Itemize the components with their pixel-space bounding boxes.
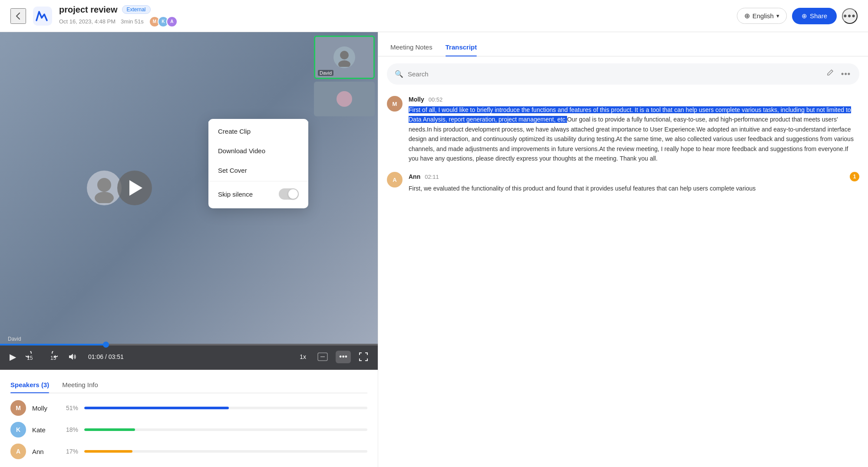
transcript-entry-molly: M Molly 00:52 First of all, I would like… xyxy=(387,96,859,163)
menu-skip-silence[interactable]: Skip silence xyxy=(208,182,308,206)
header-info: project review External Oct 16, 2023, 4:… xyxy=(59,5,730,27)
main-layout: David Create Clip Download Video Set Cov… xyxy=(0,32,868,467)
progress-fill xyxy=(0,344,106,345)
left-panel: David Create Clip Download Video Set Cov… xyxy=(0,32,378,467)
molly-transcript-header: Molly 00:52 xyxy=(409,96,859,103)
more-transcript-button[interactable]: ••• xyxy=(840,69,851,79)
molly-transcript-name: Molly xyxy=(409,96,424,103)
search-input[interactable] xyxy=(408,70,820,78)
svg-point-2 xyxy=(95,192,114,203)
main-speaker-avatar xyxy=(87,171,122,205)
volume-button[interactable] xyxy=(66,350,79,363)
kate-avatar-list: K xyxy=(10,422,26,437)
tab-speakers[interactable]: Speakers (3) xyxy=(10,378,49,393)
more-options-button[interactable]: ••• xyxy=(842,8,858,24)
ann-pct: 17% xyxy=(66,448,78,455)
ann-transcript-time: 02:11 xyxy=(425,174,439,180)
bottom-panel: Speakers (3) Meeting Info M Molly 51% K … xyxy=(0,370,378,467)
transcript-content: M Molly 00:52 First of all, I would like… xyxy=(378,92,868,467)
ann-transcript-body: Ann 02:11 1 First, we evaluated the func… xyxy=(409,172,859,193)
ann-avatar-list: A xyxy=(10,444,26,459)
david-avatar xyxy=(333,46,355,68)
molly-bar xyxy=(84,407,229,409)
progress-bar[interactable] xyxy=(0,344,378,345)
kate-avatar xyxy=(337,91,352,107)
header: project review External Oct 16, 2023, 4:… xyxy=(0,0,868,32)
play-pause-button[interactable]: ▶ xyxy=(8,350,18,364)
forward-button[interactable]: 15 xyxy=(45,349,59,364)
notification-badge: 1 xyxy=(850,172,859,181)
progress-dot xyxy=(103,342,109,348)
ann-bar xyxy=(84,450,132,453)
svg-point-4 xyxy=(338,60,350,67)
svg-point-1 xyxy=(97,178,111,192)
menu-download-video[interactable]: Download Video xyxy=(208,141,308,161)
fullscreen-button[interactable] xyxy=(357,350,370,363)
ann-name: Ann xyxy=(32,448,58,455)
molly-transcript-time: 00:52 xyxy=(429,96,443,103)
transcript-entry-ann: A Ann 02:11 1 First, we evaluated the fu… xyxy=(387,172,859,193)
molly-avatar: M xyxy=(10,400,26,416)
avatar-3: A xyxy=(166,16,178,27)
speed-button[interactable]: 1x xyxy=(296,352,310,362)
kate-bar-container xyxy=(84,428,367,431)
ann-transcript-text: First, we evaluated the functionality of… xyxy=(409,184,859,193)
tab-meeting-info[interactable]: Meeting Info xyxy=(62,378,98,393)
play-icon xyxy=(129,180,142,196)
speakers-list: M Molly 51% K Kate 18% xyxy=(10,400,367,459)
thumbnail-david[interactable]: David xyxy=(314,36,375,79)
menu-create-clip[interactable]: Create Clip xyxy=(208,122,308,141)
language-button[interactable]: ⊕ English ▾ xyxy=(737,8,787,24)
meeting-duration: 3min 51s xyxy=(121,18,144,25)
david-label: David xyxy=(318,70,333,76)
captions-button[interactable] xyxy=(316,351,330,363)
menu-set-cover[interactable]: Set Cover xyxy=(208,161,308,180)
meeting-title: project review xyxy=(59,5,118,15)
kate-name: Kate xyxy=(32,426,58,434)
bottom-tabs: Speakers (3) Meeting Info xyxy=(10,378,367,393)
more-controls-button[interactable]: ••• xyxy=(336,351,351,363)
molly-name: Molly xyxy=(32,405,58,412)
thumbnail-kate[interactable] xyxy=(314,82,375,116)
meeting-date: Oct 16, 2023, 4:48 PM xyxy=(59,18,116,25)
edit-icon-button[interactable] xyxy=(825,68,835,80)
app-logo xyxy=(33,7,52,26)
globe-icon: ⊕ xyxy=(744,12,750,20)
search-actions: ••• xyxy=(825,68,851,80)
ann-bar-container xyxy=(84,450,367,453)
speaker-row-kate: K Kate 18% xyxy=(10,422,367,437)
toggle-thumb xyxy=(288,189,298,199)
svg-point-3 xyxy=(340,51,349,59)
play-button[interactable] xyxy=(117,171,152,205)
participant-avatars: M K A xyxy=(149,16,178,27)
right-tabs: Meeting Notes Transcript xyxy=(378,32,868,56)
menu-divider xyxy=(208,181,308,181)
back-button[interactable] xyxy=(10,8,26,24)
tab-transcript[interactable]: Transcript xyxy=(446,40,477,56)
speaker-label-overlay: David xyxy=(8,336,21,342)
molly-bar-container xyxy=(84,407,367,409)
external-badge: External xyxy=(122,5,151,14)
speaker-row-ann: A Ann 17% xyxy=(10,444,367,459)
molly-pct: 51% xyxy=(66,405,78,411)
share-icon: ⊕ xyxy=(802,12,807,20)
header-actions: ⊕ English ▾ ⊕ Share ••• xyxy=(737,8,858,24)
video-area: David Create Clip Download Video Set Cov… xyxy=(0,32,378,344)
molly-normal-text: Our goal is to provide a fully functiona… xyxy=(409,116,854,162)
context-menu: Create Clip Download Video Set Cover Ski… xyxy=(208,119,308,208)
chevron-down-icon: ▾ xyxy=(776,13,779,19)
language-label: English xyxy=(752,12,774,20)
svg-marker-9 xyxy=(69,354,73,360)
skip-silence-toggle[interactable] xyxy=(279,188,299,200)
rewind-button[interactable]: 15 xyxy=(24,349,39,364)
ann-transcript-name: Ann xyxy=(409,173,420,180)
search-bar: 🔍 ••• xyxy=(387,63,859,85)
tab-meeting-notes[interactable]: Meeting Notes xyxy=(390,40,432,56)
kate-pct: 18% xyxy=(66,426,78,433)
ann-transcript-header: Ann 02:11 1 xyxy=(409,172,859,181)
molly-transcript-avatar: M xyxy=(387,96,403,112)
kate-bar2 xyxy=(99,428,127,431)
right-panel: Meeting Notes Transcript 🔍 ••• M Molly 0 xyxy=(378,32,868,467)
controls-bar: David ▶ 15 15 01:06 / 03:51 1x ••• xyxy=(0,344,378,370)
share-button[interactable]: ⊕ Share xyxy=(792,8,837,24)
